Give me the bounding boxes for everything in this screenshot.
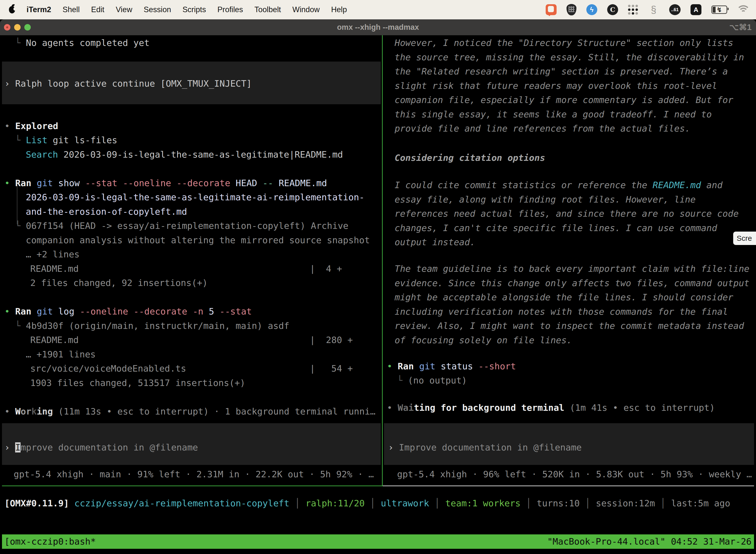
agents-completed-line: └ No agents completed yet — [15, 37, 149, 49]
reasoning-line: provide file and line references from th… — [395, 123, 690, 134]
tree-connector-line — [17, 184, 17, 224]
screen-share-tooltip[interactable]: Scre — [733, 232, 756, 245]
window-title: omx --xhigh --madmax — [0, 19, 756, 35]
git-log-summary-line: 1903 files changed, 513517 insertions(+) — [30, 377, 245, 389]
iterm-window: omx --xhigh --madmax ⌥⌘1 └ No agents com… — [0, 19, 756, 554]
menu-status-icons: ϟ C § ..61 A ↯ — [546, 4, 756, 15]
menu-item-toolbelt[interactable]: Toolbelt — [254, 5, 281, 14]
window-shortcut-badge: ⌥⌘1 — [730, 19, 752, 35]
git-status-output-line: └ (no output) — [397, 375, 467, 386]
reasoning-line: companion file, especially if more comme… — [395, 94, 733, 106]
circle-61-icon[interactable]: ..61 — [669, 4, 681, 15]
squiggle-icon[interactable]: § — [648, 4, 659, 15]
window-title-bar[interactable]: omx --xhigh --madmax ⌥⌘1 — [0, 19, 756, 35]
badge-glyph: ϟ — [590, 6, 593, 14]
tmux-session-label: [omx-cczip0:bash* — [4, 535, 96, 549]
squiggle-glyph: § — [651, 4, 656, 15]
chat-icon[interactable] — [546, 4, 557, 15]
input-source-label: A — [694, 6, 698, 14]
git-show-output-line-3: … +2 lines — [26, 249, 80, 260]
git-log-output-line-2: … +1901 lines — [26, 349, 96, 360]
reasoning-line: slight risk that future readers may over… — [395, 80, 717, 92]
badge-bolt-icon[interactable]: ϟ — [586, 4, 597, 15]
git-show-stat-line: README.md | 4 + — [30, 263, 342, 275]
explored-header-line: • Explored — [4, 120, 58, 132]
pie-glyph: C — [610, 6, 615, 13]
reasoning-line: the source tree, missing the essay. Stil… — [395, 52, 744, 63]
reasoning-line: evidence. Since this change only affects… — [395, 277, 749, 289]
omx-status-bar: [OMX#0.11.9] cczip/essay/ai-reimplementa… — [4, 498, 730, 509]
git-show-output-line-2: companion analysis without altering the … — [26, 234, 370, 246]
battery-bolt-glyph: ↯ — [717, 6, 722, 13]
git-show-arg-line-2: and-the-erosion-of-copyleft.md — [26, 206, 187, 217]
right-pane-bottom-border — [383, 486, 754, 486]
model-status-line-left: gpt-5.4 xhigh · main · 91% left · 2.31M … — [14, 468, 374, 480]
terminal-content[interactable]: └ No agents completed yet› Ralph loop ac… — [0, 35, 756, 554]
reasoning-line: changes, I can't cite specific file line… — [395, 222, 717, 234]
reasoning-line: of focusing solely on file lines. — [395, 335, 572, 346]
git-status-command-line: • Ran git status --short — [387, 361, 516, 372]
reasoning-line: essay file, along with finding root file… — [395, 194, 696, 205]
git-log-stat-line-2: src/voice/voiceModeEnabled.ts | 54 + — [30, 363, 353, 374]
input-prompt-line-right: › Improve documentation in @filename — [388, 442, 582, 453]
battery-icon[interactable]: ↯ — [711, 5, 727, 14]
wifi-icon[interactable] — [737, 5, 750, 14]
pie-icon[interactable]: C — [607, 4, 618, 15]
menu-app-name[interactable]: iTerm2 — [26, 5, 51, 14]
tmux-status-bar: [omx-cczip0:bash* "MacBook-Pro-44.local"… — [2, 535, 754, 549]
explored-search-line: Search 2026-03-09-is-legal-the-same-as-l… — [26, 149, 343, 160]
input-prompt-line-left: › Improve documentation in @filename — [4, 442, 198, 453]
circle-61-label: ..61 — [671, 7, 679, 12]
reasoning-line: review. Also, I might want to inspect th… — [395, 320, 744, 332]
tmux-host-clock-label: "MacBook-Pro-44.local" 04:52 31-Mar-26 — [547, 535, 752, 549]
working-status-line: • Working (11m 13s • esc to interrupt) ·… — [4, 406, 376, 417]
menu-item-profiles[interactable]: Profiles — [217, 5, 243, 14]
reasoning-line: including verification notes with those … — [395, 306, 728, 318]
menu-bar: iTerm2 ShellEditViewSessionScriptsProfil… — [0, 0, 756, 19]
reasoning-heading: Considering citation options — [395, 152, 545, 164]
reasoning-line: However, I noticed the "Directory Struct… — [395, 37, 733, 49]
menu-item-session[interactable]: Session — [144, 5, 171, 14]
reasoning-line: output instead. — [395, 236, 475, 248]
shield-icon[interactable] — [567, 4, 576, 15]
git-show-arg-line-1: 2026-03-09-is-legal-the-same-as-legitima… — [26, 191, 364, 203]
menu-item-shell[interactable]: Shell — [63, 5, 80, 14]
reasoning-line: I could cite commit statistics or refere… — [395, 179, 722, 191]
git-show-output-line-1: └ 067f154 (HEAD -> essay/ai-reimplementa… — [15, 220, 349, 232]
pane-divider[interactable] — [382, 35, 383, 486]
menu-item-edit[interactable]: Edit — [91, 5, 104, 14]
apple-menu-icon[interactable] — [9, 6, 15, 13]
git-log-output-line-1: └ 4b9d30f (origin/main, instructkr/main,… — [15, 320, 289, 332]
menu-item-view[interactable]: View — [116, 5, 132, 14]
dots-grid-icon[interactable] — [628, 5, 638, 15]
git-show-command-line: • Ran git show --stat --oneline --decora… — [4, 177, 327, 189]
reasoning-line: references need actual files, and since … — [395, 208, 739, 219]
reasoning-line: The team guideline is to back every impo… — [395, 263, 749, 275]
explored-list-line: └ List git ls-files — [15, 134, 117, 146]
left-pane-bottom-border — [2, 486, 382, 486]
waiting-status-line: • Waiting for background terminal (1m 41… — [387, 402, 715, 413]
menu-item-window[interactable]: Window — [293, 5, 320, 14]
menu-item-help[interactable]: Help — [331, 5, 347, 14]
reasoning-line: this single essay, it seems like a good … — [395, 109, 712, 120]
git-log-stat-line-1: README.md | 280 + — [30, 334, 353, 346]
reasoning-line: the "Related research writing" section i… — [395, 66, 728, 77]
ralph-loop-prompt-line: › Ralph loop active continue [OMX_TMUX_I… — [4, 78, 252, 89]
reasoning-line: might be acceptable alongside the file l… — [395, 292, 733, 303]
git-log-command-line: • Ran git log --oneline --decorate -n 5 … — [4, 306, 252, 317]
input-source-icon[interactable]: A — [691, 4, 701, 15]
model-status-line-right: gpt-5.4 xhigh · 96% left · 520K in · 5.8… — [397, 468, 752, 480]
menu-item-scripts[interactable]: Scripts — [183, 5, 206, 14]
git-show-summary-line: 2 files changed, 92 insertions(+) — [30, 277, 208, 289]
